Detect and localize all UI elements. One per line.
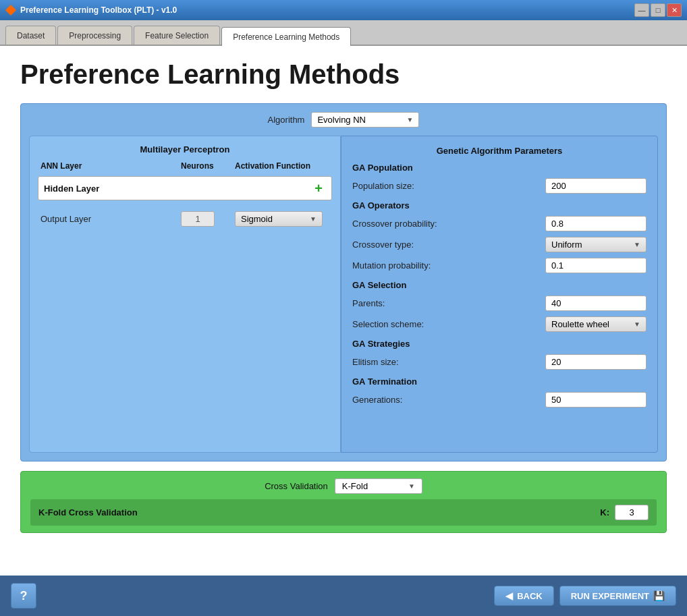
mlp-panel: Multilayer Perceptron ANN Layer Neurons … <box>29 136 341 453</box>
ga-panel-title: Genetic Algorithm Parameters <box>352 146 647 156</box>
selection-scheme-label: Selection scheme: <box>352 319 424 329</box>
kfold-k-row: K: <box>600 505 649 520</box>
elitism-size-label: Elitism size: <box>352 357 399 367</box>
cv-label: Cross Validation <box>265 481 328 491</box>
selection-scheme-arrow: ▼ <box>634 320 640 328</box>
algorithm-label: Algorithm <box>268 115 305 125</box>
parents-label: Parents: <box>352 298 385 308</box>
generations-label: Generations: <box>352 395 402 405</box>
crossover-type-label: Crossover type: <box>352 240 414 250</box>
kfold-label: K-Fold Cross Validation <box>38 507 138 517</box>
tab-bar: Dataset Preprocessing Feature Selection … <box>0 20 687 46</box>
maximize-button[interactable]: □ <box>651 3 665 17</box>
ga-panel: Genetic Algorithm Parameters GA Populati… <box>341 136 658 453</box>
algorithm-select[interactable]: Evolving NN ▼ <box>311 112 419 128</box>
crossover-type-selected: Uniform <box>551 240 582 250</box>
population-size-label: Population size: <box>352 181 414 191</box>
ga-termination-title: GA Termination <box>352 376 647 387</box>
cv-top-row: Cross Validation K-Fold ▼ <box>30 478 657 494</box>
algorithm-row: Algorithm Evolving NN ▼ <box>29 112 658 128</box>
output-layer-label: Output Layer <box>40 214 181 224</box>
output-layer-row: Output Layer Sigmoid ▼ <box>38 211 332 227</box>
nav-buttons: ◀ BACK RUN EXPERIMENT 💾 <box>494 586 676 606</box>
algorithm-dropdown-arrow: ▼ <box>407 116 414 123</box>
close-button[interactable]: ✕ <box>667 3 682 17</box>
elitism-size-row: Elitism size: <box>352 354 647 370</box>
crossover-type-arrow: ▼ <box>634 241 640 248</box>
help-button[interactable]: ? <box>11 583 36 609</box>
parents-input[interactable] <box>545 296 647 311</box>
activation-select[interactable]: Sigmoid ▼ <box>235 211 323 227</box>
population-size-input[interactable] <box>545 178 647 194</box>
tab-dataset[interactable]: Dataset <box>5 26 56 45</box>
back-button[interactable]: ◀ BACK <box>494 586 554 606</box>
add-hidden-layer-button[interactable]: + <box>311 181 326 196</box>
main-content: Preference Learning Methods Algorithm Ev… <box>0 46 687 576</box>
mlp-panel-title: Multilayer Perceptron <box>38 144 332 155</box>
tab-preference-learning-methods[interactable]: Preference Learning Methods <box>221 27 351 46</box>
selection-scheme-row: Selection scheme: Roulette wheel ▼ <box>352 316 647 332</box>
generations-row: Generations: <box>352 392 647 408</box>
crossover-prob-input[interactable] <box>545 216 647 231</box>
ann-headers: ANN Layer Neurons Activation Function <box>38 161 332 171</box>
cv-panel: Cross Validation K-Fold ▼ K-Fold Cross V… <box>20 471 667 533</box>
run-icon: 💾 <box>653 590 665 601</box>
cv-dropdown-arrow: ▼ <box>408 482 415 490</box>
run-label: RUN EXPERIMENT <box>571 591 649 601</box>
parents-row: Parents: <box>352 296 647 311</box>
app-icon <box>5 5 16 16</box>
help-icon: ? <box>20 589 28 603</box>
page-title: Preference Learning Methods <box>20 59 667 90</box>
run-experiment-button[interactable]: RUN EXPERIMENT 💾 <box>559 586 676 606</box>
ga-population-size-row: Population size: <box>352 178 647 194</box>
bottom-bar: ? ◀ BACK RUN EXPERIMENT 💾 <box>0 576 687 616</box>
ga-population-title: GA Population <box>352 163 647 173</box>
mutation-prob-row: Mutation probability: <box>352 258 647 273</box>
k-value-input[interactable] <box>615 505 649 520</box>
title-bar: Preference Learning Toolbox (PLT) - v1.0… <box>0 0 687 20</box>
back-label: BACK <box>517 591 543 601</box>
kfold-row: K-Fold Cross Validation K: <box>30 499 657 526</box>
crossover-prob-row: Crossover probability: <box>352 216 647 231</box>
hidden-layer-label: Hidden Layer <box>44 184 99 194</box>
header-layer: ANN Layer <box>40 161 181 171</box>
title-bar-controls: — □ ✕ <box>634 3 682 17</box>
cv-select[interactable]: K-Fold ▼ <box>335 478 422 494</box>
cv-selected: K-Fold <box>342 481 368 491</box>
output-neurons-input[interactable] <box>181 211 215 227</box>
minimize-button[interactable]: — <box>634 3 649 17</box>
window-title: Preference Learning Toolbox (PLT) - v1.0 <box>20 5 177 15</box>
header-activation: Activation Function <box>235 161 329 171</box>
back-icon: ◀ <box>505 590 513 601</box>
selection-scheme-selected: Roulette wheel <box>551 319 609 329</box>
elitism-size-input[interactable] <box>545 354 647 370</box>
ga-operators-title: GA Operators <box>352 200 647 211</box>
crossover-prob-label: Crossover probability: <box>352 219 437 229</box>
selection-scheme-select[interactable]: Roulette wheel ▼ <box>545 316 647 332</box>
crossover-type-select[interactable]: Uniform ▼ <box>545 237 647 252</box>
algorithm-selected: Evolving NN <box>317 115 366 125</box>
k-label: K: <box>600 507 609 517</box>
hidden-layer-row: Hidden Layer + <box>38 176 332 200</box>
ga-strategies-title: GA Strategies <box>352 339 647 349</box>
tab-feature-selection[interactable]: Feature Selection <box>134 26 220 45</box>
activation-dropdown-arrow: ▼ <box>310 215 317 223</box>
mutation-prob-label: Mutation probability: <box>352 260 431 271</box>
mutation-prob-input[interactable] <box>545 258 647 273</box>
tab-preprocessing[interactable]: Preprocessing <box>57 26 132 45</box>
header-neurons: Neurons <box>181 161 235 171</box>
inner-panels: Multilayer Perceptron ANN Layer Neurons … <box>29 136 658 453</box>
ga-selection-title: GA Selection <box>352 280 647 290</box>
crossover-type-row: Crossover type: Uniform ▼ <box>352 237 647 252</box>
generations-input[interactable] <box>545 392 647 408</box>
outer-panel: Algorithm Evolving NN ▼ Multilayer Perce… <box>20 103 667 461</box>
activation-selected: Sigmoid <box>241 214 273 224</box>
title-bar-left: Preference Learning Toolbox (PLT) - v1.0 <box>5 5 177 16</box>
